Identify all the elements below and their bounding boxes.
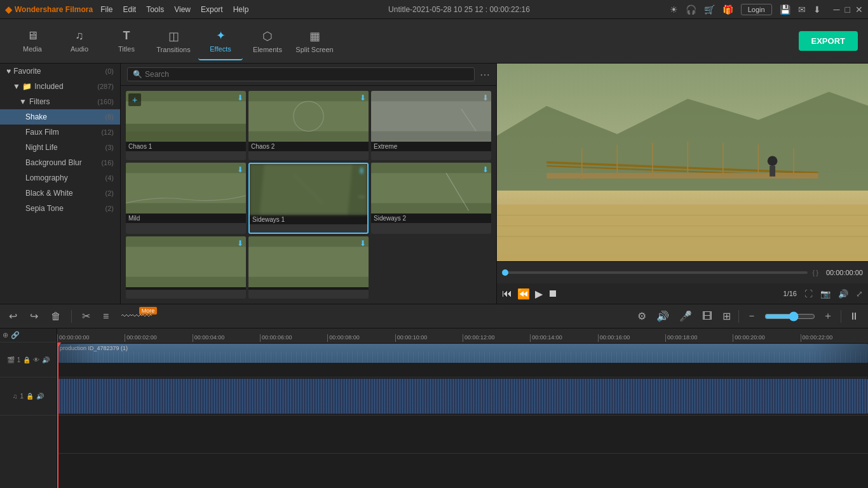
progress-bar[interactable] <box>502 271 808 274</box>
video-volume-icon[interactable]: 🔊 <box>42 356 50 363</box>
split-audio-button[interactable]: 🔊 <box>654 309 672 323</box>
category-backgroundblur[interactable]: Background Blur (16) <box>0 155 120 170</box>
skip-back-button[interactable]: ⏮ <box>502 288 512 299</box>
menu-tools[interactable]: Tools <box>146 5 164 14</box>
cut-button[interactable]: ✂ <box>79 309 93 323</box>
toolbar-splitscreen[interactable]: ▦ Split Screen <box>292 22 337 60</box>
ruler-10: 00:00:10:00 <box>395 334 463 342</box>
snap-icon[interactable]: ⊕ <box>3 331 8 339</box>
center-panel: 🔍 ⋯ ⬇ + Chaos 1 <box>121 64 496 304</box>
settings-button[interactable]: ⚙ <box>635 309 649 323</box>
favorite-item[interactable]: ♥ Favorite (0) <box>0 64 120 79</box>
video-track-icon: 🎬 <box>7 356 15 363</box>
effect-sideways1-label: Sideways 1 <box>250 215 367 224</box>
toolbar-audio[interactable]: ♫ Audio <box>57 22 102 60</box>
search-input[interactable] <box>145 70 469 79</box>
effect-row3b[interactable]: ⬇ <box>248 236 369 299</box>
brightness-icon[interactable]: ☀ <box>670 4 678 15</box>
export-button[interactable]: EXPORT <box>799 31 858 51</box>
effect-chaos1[interactable]: ⬇ + Chaos 1 <box>126 91 246 160</box>
video-track-label: 🎬 1 🔒 👁 🔊 <box>0 342 57 377</box>
frame-back-button[interactable]: ⏪ <box>517 288 530 300</box>
maximize-button[interactable]: □ <box>845 4 850 15</box>
close-button[interactable]: ✕ <box>855 4 863 15</box>
toolbar-transitions[interactable]: ◫ Transitions <box>151 22 196 60</box>
toolbar-effects[interactable]: ✦ Effects <box>198 22 243 60</box>
effects2-button[interactable]: 🎞 <box>700 309 715 323</box>
category-nightlife[interactable]: Night Life (3) <box>0 140 120 155</box>
grid-view-icon[interactable]: ⋯ <box>480 69 490 81</box>
delete-button[interactable]: 🗑 <box>48 309 64 323</box>
category-fauxfilm[interactable]: Faux Film (12) <box>0 125 120 140</box>
video-eye-icon[interactable]: 👁 <box>33 356 39 363</box>
timeline-body: ⊕ 🔗 🎬 1 🔒 👁 🔊 ♫ 1 🔒 🔊 <box>0 329 868 488</box>
category-sepiatone[interactable]: Sepia Tone (2) <box>0 201 120 216</box>
category-lomography[interactable]: Lomography (4) <box>0 170 120 186</box>
expand-icon[interactable]: ⤢ <box>856 289 863 299</box>
login-button[interactable]: Login <box>741 4 772 15</box>
zoom-slider[interactable] <box>764 311 815 322</box>
toolbar-elements[interactable]: ⬡ Elements <box>245 22 290 60</box>
empty-track <box>57 416 868 454</box>
message-icon[interactable]: ✉ <box>798 4 806 15</box>
in-point-icon[interactable]: { <box>813 269 815 276</box>
download-icon: ⬇ <box>237 165 243 174</box>
undo-button[interactable]: ↩ <box>6 309 20 323</box>
effect-extreme[interactable]: ⬇ Extreme <box>371 91 491 160</box>
stop-button[interactable]: ⏹ <box>548 288 558 299</box>
audio-lock-icon[interactable]: 🔒 <box>26 393 34 400</box>
effect-sideways2[interactable]: ⬇ Sideways 2 <box>371 163 491 234</box>
audio-clip[interactable] <box>57 379 868 414</box>
audio-volume-icon[interactable]: 🔊 <box>36 393 44 400</box>
save-icon[interactable]: 💾 <box>780 4 790 15</box>
svg-rect-37 <box>497 205 868 261</box>
toolbar-media[interactable]: 🖥 Media <box>10 22 55 60</box>
elements-icon: ⬡ <box>262 29 273 43</box>
effect-row3a[interactable]: ⬇ <box>126 236 246 299</box>
download-icon[interactable]: ⬇ <box>813 4 821 15</box>
adjust-button[interactable]: ≡ <box>100 309 111 323</box>
minimize-button[interactable]: ─ <box>834 4 840 15</box>
play-button[interactable]: ▶ <box>535 288 543 300</box>
fullscreen-icon[interactable]: ⛶ <box>804 289 813 299</box>
filters-item[interactable]: ▼ Filters (160) <box>0 94 120 109</box>
headphone-icon[interactable]: 🎧 <box>686 4 696 15</box>
menu-help[interactable]: Help <box>233 5 249 14</box>
search-box[interactable]: 🔍 <box>127 67 475 81</box>
link-icon[interactable]: 🔗 <box>11 331 20 339</box>
gift-icon[interactable]: 🎁 <box>722 4 733 15</box>
zoom-out-button[interactable]: － <box>744 308 759 324</box>
menu-edit[interactable]: Edit <box>123 5 136 14</box>
download-icon: ⬇ <box>482 165 489 174</box>
video-clip[interactable]: production ID_4782379 (1) <box>57 344 868 363</box>
svg-rect-19 <box>126 247 246 277</box>
pause-indicator[interactable]: ⏸ <box>846 309 862 323</box>
category-nightlife-count: (3) <box>105 144 114 151</box>
cart-icon[interactable]: 🛒 <box>704 4 715 15</box>
mic-button[interactable]: 🎤 <box>677 309 695 323</box>
add-to-timeline-icon[interactable]: + <box>128 93 141 106</box>
toolbar-titles[interactable]: T Titles <box>104 22 149 60</box>
menu-file[interactable]: File <box>100 5 112 14</box>
zoom-in-button[interactable]: ＋ <box>820 308 836 324</box>
category-shake[interactable]: Shake (8) <box>0 109 120 125</box>
redo-button[interactable]: ↪ <box>27 309 41 323</box>
progress-handle[interactable] <box>502 269 508 276</box>
mosaic-button[interactable]: ⊞ <box>720 309 733 323</box>
included-item[interactable]: ▼ 📁 Included (287) <box>0 79 120 94</box>
category-blackwhite[interactable]: Black & White (2) <box>0 186 120 201</box>
screenshot-icon[interactable]: 📷 <box>820 289 831 299</box>
playhead[interactable] <box>57 342 58 488</box>
effect-mild[interactable]: ⬇ Mild <box>126 163 246 234</box>
menu-export[interactable]: Export <box>201 5 223 14</box>
effect-sideways1[interactable]: ⬇ 〰 Sideways 1 <box>248 163 369 234</box>
media-label: Media <box>23 45 42 53</box>
svg-rect-4 <box>248 101 369 131</box>
filters-count: (160) <box>97 98 114 105</box>
preview-panel: { } 00:00:00:00 ⏮ ⏪ ▶ ⏹ 1/16 ⛶ 📷 🔊 ⤢ <box>496 64 868 304</box>
out-point-icon[interactable]: } <box>816 269 818 276</box>
effect-chaos2[interactable]: ⬇ Chaos 2 <box>248 91 369 160</box>
video-lock-icon[interactable]: 🔒 <box>23 356 31 363</box>
volume-icon[interactable]: 🔊 <box>838 289 848 299</box>
menu-view[interactable]: View <box>174 5 191 14</box>
